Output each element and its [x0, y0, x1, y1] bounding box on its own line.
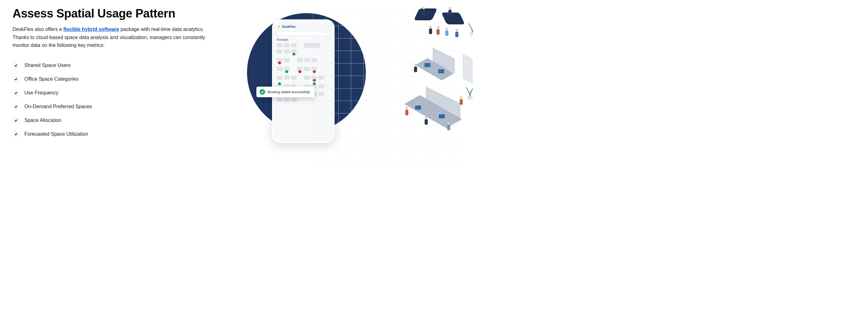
page-title: Assess Spatial Usage Pattern — [12, 7, 231, 20]
couch-icon — [441, 12, 465, 24]
desk-tile[interactable] — [277, 67, 282, 71]
status-available-icon — [284, 69, 289, 74]
person-icon — [447, 122, 450, 131]
desk-tile[interactable] — [277, 43, 282, 47]
person-icon — [448, 7, 452, 16]
person-icon — [436, 26, 440, 36]
person-icon — [460, 96, 463, 106]
status-booked-icon — [298, 69, 302, 74]
hybrid-software-link[interactable]: flexible hybrid software — [63, 27, 119, 32]
toast-message: Booking added successfully — [268, 90, 310, 94]
desk-tile[interactable] — [304, 67, 310, 71]
status-available-icon — [292, 52, 296, 56]
desk-tile[interactable] — [304, 58, 310, 62]
success-toast: Booking added successfully — [256, 87, 315, 97]
metric-label: Shared Space Users — [24, 63, 71, 68]
check-icon — [12, 62, 20, 69]
list-item: Office Space Categories — [12, 76, 231, 83]
metric-label: Space Allocation — [24, 118, 61, 123]
desk-tile[interactable] — [297, 67, 303, 71]
desk-tile[interactable] — [284, 97, 289, 102]
list-item: On-Demand Preferred Spaces — [12, 103, 231, 110]
content-column: Assess Spatial Usage Pattern DeskFlex al… — [12, 7, 231, 170]
plant-icon — [467, 21, 473, 36]
couch-icon — [414, 8, 437, 20]
metric-label: Forecasted Space Utilization — [24, 131, 88, 137]
lead-text-pre: DeskFlex also offers a — [12, 27, 63, 32]
desk-tile[interactable] — [284, 58, 289, 62]
status-available-icon — [277, 82, 282, 86]
desk-tile[interactable] — [277, 58, 282, 62]
metrics-list: Shared Space Users Office Space Categori… — [12, 62, 231, 138]
status-booked-icon — [277, 61, 282, 65]
person-icon — [429, 26, 432, 35]
person-icon — [414, 64, 417, 73]
app-brand: DeskFlex — [282, 25, 296, 28]
person-icon — [445, 28, 448, 37]
office-scene — [313, 7, 460, 170]
check-icon — [12, 76, 20, 83]
list-item: Use Frequency — [12, 89, 231, 96]
desk-tile[interactable] — [284, 67, 289, 71]
check-icon — [12, 89, 20, 96]
check-icon — [12, 131, 20, 138]
desk-tile[interactable] — [304, 76, 310, 80]
monitor-icon — [425, 63, 430, 67]
person-icon — [405, 107, 408, 116]
check-icon — [12, 103, 20, 110]
check-icon — [12, 117, 20, 124]
desk-tile[interactable] — [284, 50, 289, 54]
metric-label: Office Space Categories — [24, 76, 79, 82]
desk-tile[interactable] — [284, 43, 289, 47]
desk-tile[interactable] — [291, 50, 297, 54]
check-circle-icon — [259, 89, 265, 95]
cabinet-icon — [463, 54, 473, 84]
list-item: Shared Space Users — [12, 62, 231, 69]
plant-icon — [465, 85, 473, 99]
desk-tile[interactable] — [291, 43, 297, 47]
desk-tile[interactable] — [284, 76, 289, 80]
list-item: Forecasted Space Utilization — [12, 131, 231, 138]
bolt-icon: ⚡ — [277, 25, 281, 29]
metric-label: On-Demand Preferred Spaces — [24, 104, 92, 110]
desk-tile[interactable] — [277, 97, 282, 102]
person-icon — [422, 7, 425, 16]
list-item: Space Allocation — [12, 117, 231, 124]
desk-tile[interactable] — [291, 76, 297, 80]
metric-label: Use Frequency — [24, 90, 59, 96]
monitor-icon — [415, 106, 421, 110]
monitor-icon — [438, 69, 444, 73]
monitor-icon — [439, 115, 445, 118]
desk-tile[interactable] — [297, 58, 303, 62]
person-icon — [425, 116, 428, 126]
person-icon — [455, 29, 458, 38]
lead-paragraph: DeskFlex also offers a flexible hybrid s… — [12, 25, 206, 50]
desk-tile[interactable] — [277, 50, 282, 54]
desk-tile[interactable] — [291, 97, 297, 102]
desk-tile[interactable] — [277, 76, 282, 80]
illustration: ⚡ DeskFlex Floorplan — [244, 7, 460, 170]
